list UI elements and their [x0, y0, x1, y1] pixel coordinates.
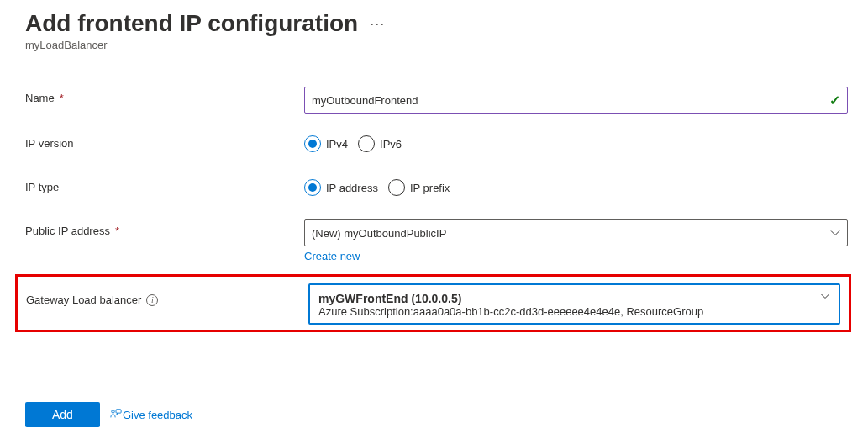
- svg-point-0: [112, 410, 115, 413]
- more-actions-button[interactable]: ···: [370, 15, 385, 33]
- gateway-label: Gateway Load balancer i: [26, 283, 308, 306]
- page-title: Add frontend IP configuration: [25, 10, 358, 37]
- name-input[interactable]: [312, 94, 829, 107]
- gateway-dropdown[interactable]: myGWFrontEnd (10.0.0.5) Azure Subscripti…: [308, 283, 840, 325]
- ip-type-label: IP type: [25, 176, 304, 193]
- page-subtitle: myLoadBalancer: [25, 39, 868, 51]
- public-ip-dropdown[interactable]: (New) myOutboundPublicIP: [304, 220, 848, 246]
- radio-ip-address[interactable]: IP address: [304, 179, 378, 196]
- name-label: Name*: [25, 87, 304, 104]
- gateway-highlight-box: Gateway Load balancer i myGWFrontEnd (10…: [15, 274, 851, 332]
- ip-version-label: IP version: [25, 132, 304, 150]
- add-button[interactable]: Add: [25, 402, 100, 427]
- chevron-down-icon: [820, 292, 830, 301]
- info-icon[interactable]: i: [146, 294, 158, 306]
- give-feedback-link[interactable]: Give feedback: [110, 408, 192, 422]
- person-feedback-icon: [110, 408, 122, 422]
- public-ip-label: Public IP address*: [25, 220, 304, 237]
- check-icon: ✓: [829, 93, 840, 108]
- create-new-link[interactable]: Create new: [304, 250, 360, 262]
- radio-ipv4[interactable]: IPv4: [304, 135, 348, 152]
- chevron-down-icon: [830, 229, 840, 238]
- svg-rect-1: [116, 409, 121, 412]
- radio-ip-prefix[interactable]: IP prefix: [388, 179, 450, 196]
- radio-ipv6[interactable]: IPv6: [358, 135, 402, 152]
